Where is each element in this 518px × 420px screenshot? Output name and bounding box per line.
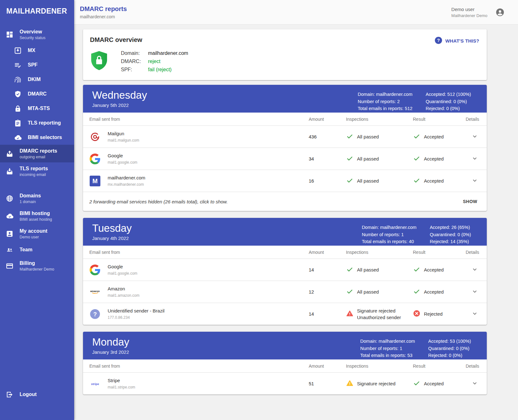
col-header-amount: Amount [309,117,346,122]
result-text: Accepted [424,178,444,184]
day-stat: Quarantined: 0 (0%) [430,231,471,238]
col-header-result: Result [413,117,460,122]
show-button[interactable]: SHOW [459,196,481,207]
sidebar-item-mx[interactable]: MX [0,43,74,58]
day-stat: Total emails in reports: 40 [362,238,416,245]
shield-check-icon [14,90,22,98]
clipboard-icon [14,119,22,127]
check-icon [413,379,420,388]
table-header-row: Email sent from Amount Inspections Resul… [83,246,487,259]
sidebar-item-sublabel: 1 domain [20,200,41,204]
amount-value: 14 [309,267,346,272]
sidebar-item-logout[interactable]: Logout [0,387,74,402]
sidebar-item-label: Overview [20,29,45,35]
col-header-result: Result [413,364,460,369]
content: DMARC overview ? WHAT'S THIS? [74,25,518,420]
sidebar-item-dmarc[interactable]: DMARC [0,87,74,101]
inspection-text: Signature rejectedUnauthorized sender [357,307,401,321]
amount-value: 14 [309,311,346,317]
chevron-down-icon [471,265,479,274]
check-icon [346,155,354,163]
sidebar-item-label: DMARC reports [20,148,57,154]
account-badge-icon [5,230,14,238]
sidebar-item-dmarc-reports[interactable]: DMARC reports outgoing email [0,145,74,162]
day-stats-right: Accepted: 512 (100%)Quarantined: 0 (0%)R… [426,91,471,108]
sidebar-item-my-account[interactable]: My account Demo user [0,225,74,242]
sidebar-item-mta-sts[interactable]: MTA-STS [0,101,74,116]
sidebar-item-sublabel: Security status [20,36,45,40]
day-stat: Accepted: 53 (100%) [428,338,471,345]
sidebar-item-bimi-selectors[interactable]: BIMI selectors [0,130,74,145]
details-expand-button[interactable] [470,132,479,141]
credit-card-icon [5,262,14,270]
details-expand-button[interactable] [470,265,479,274]
details-expand-button[interactable] [470,288,479,296]
day-stat: Rejected: 0 (0%) [428,352,471,359]
day-stat: Quarantined: 0 (0%) [428,345,471,352]
avatar-icon[interactable] [496,8,504,17]
day-stats-left: Domain: mailhardener.comNumber of report… [362,224,416,242]
inspections-cell: All passed [346,288,413,296]
day-stat: Domain: mailhardener.com [360,338,415,345]
sidebar-item-billing[interactable]: Billing Mailhardener Demo [0,257,74,275]
details-expand-button[interactable] [470,155,479,163]
result-text: Accepted [424,156,444,161]
details-expand-button[interactable] [470,310,479,318]
mailhardener-icon: M [89,175,101,187]
details-expand-button[interactable] [470,177,479,185]
sidebar-item-label: Billing [20,260,54,266]
amazon-icon: amazon [89,286,101,298]
day-name: Tuesday [92,222,132,235]
day-stat: Rejected: 0 (0%) [426,105,471,112]
check-icon [346,177,354,185]
user-block: Demo user Mailhardener Demo [451,7,504,18]
inspections-cell: Signature rejected [346,379,413,388]
report-row: M mailhardener.com mx.mailhardener.com 1… [83,170,487,192]
sidebar-item-tls-reporting[interactable]: TLS reporting [0,116,74,130]
col-header-inspections: Inspections [346,117,413,122]
svg-text:stripe: stripe [91,382,99,385]
day-header: Wednesday January 5th 2022 Domain: mailh… [83,85,487,113]
day-stats-left: Domain: mailhardener.comNumber of report… [360,338,415,355]
day-stat: Number of reports: 2 [358,98,412,105]
col-header-details: Details [460,250,479,255]
chevron-down-icon [471,155,479,163]
inspections-cell: Signature rejectedUnauthorized sender [346,307,413,321]
day-date: January 3rd 2022 [92,349,129,355]
check-icon [346,265,354,274]
sidebar-item-team[interactable]: Team [0,242,74,257]
sidebar-item-label: Logout [20,391,37,398]
overview-row: DMARC: reject [121,57,188,66]
dmarc-overview-card: DMARC overview ? WHAT'S THIS? [83,29,487,80]
main-area: DMARC reports mailhardener.com Demo user… [74,0,518,420]
sidebar-item-spf[interactable]: SPF [0,58,74,72]
sidebar-nav: Overview Security status MX SPF DKIM DMA… [0,26,74,420]
whats-this-link[interactable]: ? WHAT'S THIS? [434,36,479,45]
day-stat: Quarantined: 0 (0%) [426,98,471,105]
sidebar-item-tls-reports[interactable]: TLS reports incoming email [0,162,74,180]
details-expand-button[interactable] [470,379,479,388]
table-footer: 2 forwarding email services hidden (26 e… [83,192,487,211]
amount-value: 12 [309,289,346,295]
warning-yellow-icon [346,379,354,388]
day-stat: Accepted: 26 (65%) [430,224,471,231]
mailgun-icon [89,131,101,143]
day-stats: Domain: mailhardener.comNumber of report… [358,89,471,108]
sidebar-item-dkim[interactable]: DKIM [0,72,74,87]
overview-title: DMARC overview [90,36,142,44]
sidebar-item-label: SPF [28,62,38,68]
inspection-text: All passed [357,178,379,184]
sidebar-item-bimi-hosting[interactable]: BIMI hosting BIMI asset hosting [0,207,74,225]
sidebar-item-domains[interactable]: Domains 1 domain [0,190,74,207]
chevron-down-icon [471,310,479,318]
sidebar-item-sublabel: BIMI asset hosting [20,217,52,222]
sidebar-item-sublabel: outgoing email [20,155,57,159]
col-header-details: Details [460,364,479,369]
sidebar-item-overview[interactable]: Overview Security status [0,26,74,43]
sender-name: mailhardener.com [108,175,145,180]
overview-row-value: mailhardener.com [148,49,188,57]
inspections-cell: All passed [346,155,413,163]
app-logo: MAILHARDENER [0,0,74,15]
overview-row-value: fail (reject) [148,66,172,74]
day-stat: Total emails in reports: 53 [360,352,415,359]
